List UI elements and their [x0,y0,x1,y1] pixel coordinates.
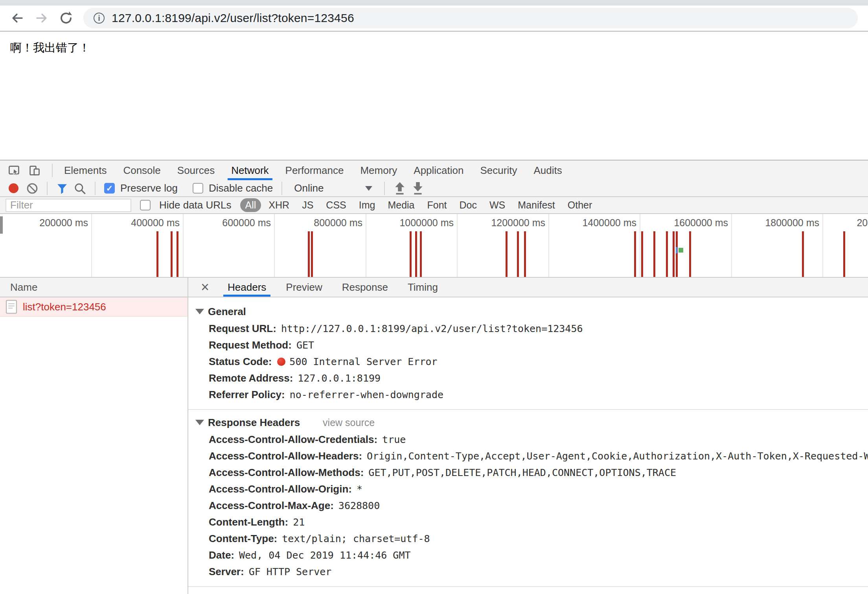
field-value: GF HTTP Server [249,566,332,577]
tab-sources[interactable]: Sources [169,160,223,180]
type-filter-font[interactable]: Font [422,198,452,212]
throttling-dropdown[interactable]: Online [291,182,375,194]
timeline-activity-bar [177,231,178,278]
device-toolbar-icon[interactable] [26,162,43,178]
address-bar[interactable]: i 127.0.0.1:8199/api.v2/user/list?token=… [83,8,858,28]
tab-performance[interactable]: Performance [277,160,352,180]
type-filter-manifest[interactable]: Manifest [513,198,560,212]
filter-input[interactable] [6,199,131,212]
type-filter-ws[interactable]: WS [484,198,510,212]
page-response-text: 啊！我出错了！ [10,40,858,56]
request-row[interactable]: list?token=123456 [0,297,188,317]
timeline-activity-bar [689,231,691,278]
timeline-activity-bar [311,231,313,278]
timeline-tick-label: 400000 ms [81,217,180,229]
preserve-log-checkbox[interactable] [104,183,115,194]
type-filter-js[interactable]: JS [297,198,318,212]
details-tab-response[interactable]: Response [332,278,398,297]
back-icon[interactable] [10,11,24,25]
header-field: Access-Control-Allow-Credentials:true [209,431,868,448]
details-tab-headers[interactable]: Headers [218,278,276,297]
tab-console[interactable]: Console [115,160,169,180]
header-field: Access-Control-Max-Age:3628800 [209,497,868,514]
request-details-panel: × Headers Preview Response Timing Genera… [188,278,868,594]
timeline-tick-label: 1800000 ms [721,217,819,229]
view-source-link[interactable]: view source [323,417,375,428]
tab-memory[interactable]: Memory [352,160,405,180]
url-text[interactable]: 127.0.0.1:8199/api.v2/user/list?token=12… [112,11,354,25]
separator [281,182,282,195]
site-info-icon[interactable]: i [94,13,105,24]
hide-data-urls-checkbox[interactable] [140,200,151,210]
field-value: http://127.0.0.1:8199/api.v2/user/list?t… [281,323,583,334]
details-tab-preview[interactable]: Preview [276,278,332,297]
field-label: Referrer Policy: [209,389,285,400]
type-filter-media[interactable]: Media [383,198,419,212]
timeline-activity-bar [524,231,526,278]
header-field: Access-Control-Allow-Methods:GET,PUT,POS… [209,464,868,481]
network-timeline[interactable]: 200000 ms400000 ms600000 ms800000 ms1000… [0,214,868,278]
search-icon[interactable] [74,182,86,195]
details-tabbar: × Headers Preview Response Timing [188,278,868,297]
separator [95,182,96,195]
export-har-icon[interactable] [412,181,424,196]
clear-icon[interactable] [26,183,38,194]
timeline-tick-label: 200000 ms [0,217,88,229]
request-type-filters: All XHR JS CSS Img Media Font Doc WS Man… [240,198,598,212]
disclosure-triangle-icon [195,309,204,314]
header-field: Content-Length:21 [209,514,868,530]
reload-icon[interactable] [59,11,73,25]
type-filter-other[interactable]: Other [563,198,598,212]
status-error-dot [277,358,285,366]
throttling-value: Online [294,182,324,194]
field-value: 127.0.0.1:8199 [298,373,381,384]
page-content: 啊！我出错了！ [0,33,868,160]
field-value: 500 Internal Server Error [289,356,437,367]
header-field: Content-Type:text/plain; charset=utf-8 [209,530,868,547]
field-label: Access-Control-Allow-Methods: [209,467,364,478]
field-label: Content-Type: [209,533,277,544]
tab-security[interactable]: Security [472,160,526,180]
timeline-tick-label: 2000000 ms [813,217,868,229]
type-filter-css[interactable]: CSS [321,198,351,212]
forward-icon[interactable] [35,11,49,25]
request-headers-section-header[interactable]: Request Headers view source [195,591,868,594]
type-filter-img[interactable]: Img [354,198,381,212]
type-filter-doc[interactable]: Doc [454,198,482,212]
field-label: Access-Control-Allow-Origin: [209,483,352,495]
import-har-icon[interactable] [394,181,406,196]
close-icon[interactable]: × [192,278,218,297]
field-label: Server: [209,566,244,577]
tab-audits[interactable]: Audits [525,160,570,180]
filter-funnel-icon[interactable] [56,183,68,194]
timeline-activity-bar [308,231,310,278]
header-field: Remote Address:127.0.0.1:8199 [209,370,868,386]
record-button[interactable] [9,183,18,193]
type-filter-all[interactable]: All [240,198,261,212]
type-filter-xhr[interactable]: XHR [263,198,294,212]
inspect-element-icon[interactable] [6,162,23,178]
network-toolbar: Preserve log Disable cache Online [0,180,868,197]
timeline-event-marker [679,248,683,253]
response-headers-section-header[interactable]: Response Headers view source [195,414,868,431]
details-tab-timing[interactable]: Timing [398,278,448,297]
field-label: Access-Control-Allow-Credentials: [209,434,377,445]
tab-application[interactable]: Application [405,160,472,180]
requests-name-header[interactable]: Name [0,278,188,297]
devtools-tabbar: Elements Console Sources Network Perform… [0,160,868,180]
section-divider [188,409,868,410]
tab-elements[interactable]: Elements [56,160,115,180]
separator [47,182,48,195]
field-value: 3628800 [338,500,380,511]
document-icon [6,300,17,314]
tab-network[interactable]: Network [223,160,277,180]
field-label: Request URL: [209,323,276,334]
timeline-activity-bar [653,231,655,278]
field-value: Wed, 04 Dec 2019 11:44:46 GMT [239,550,411,561]
disable-cache-checkbox[interactable] [193,183,203,194]
devtools-panel: Elements Console Sources Network Perform… [0,160,868,594]
general-section-header[interactable]: General [195,303,868,320]
field-label: Remote Address: [209,372,293,384]
timeline-tick-label: 800000 ms [264,217,362,229]
hide-data-urls-label: Hide data URLs [159,199,232,211]
